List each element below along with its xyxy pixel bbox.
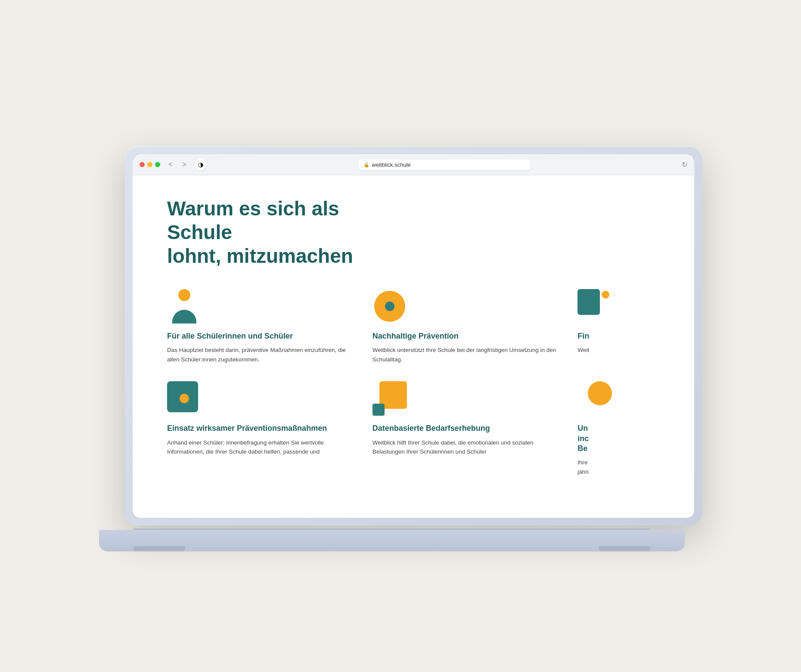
laptop-screen-body: < > ◑ 🔒 weitblick.schule ↻ (125, 146, 702, 526)
nav-buttons: < > (165, 159, 189, 170)
card-text-3: Weit (577, 345, 643, 355)
minimize-button[interactable] (147, 162, 152, 167)
card-title-3: Fin (577, 331, 643, 341)
page-title: Warum es sich als Schule lohnt, mitzumac… (167, 197, 382, 268)
address-bar-wrapper: 🔒 weitblick.schule (212, 159, 677, 170)
back-button[interactable]: < (165, 159, 176, 170)
page-content: Warum es sich als Schule lohnt, mitzumac… (133, 175, 694, 518)
card-title-1: Für alle Schülerinnen und Schüler (167, 331, 355, 341)
card-datenbasiert: Datenbasierte Bedarfserhebung Weitblick … (373, 381, 578, 476)
traffic-lights (140, 162, 160, 167)
browser-toolbar: < > ◑ 🔒 weitblick.schule ↻ (133, 154, 694, 175)
laptop-mockup: < > ◑ 🔒 weitblick.schule ↻ (99, 121, 702, 551)
browser-content: Warum es sich als Schule lohnt, mitzumac… (133, 175, 694, 518)
card-text-5: Weitblick hilft Ihrer Schule dabei, die … (373, 438, 561, 457)
theme-toggle-icon[interactable]: ◑ (195, 159, 207, 171)
browser-window: < > ◑ 🔒 weitblick.schule ↻ (133, 154, 694, 518)
card-partial-bottom: UnincBe Ihrejähri (577, 381, 660, 476)
card-title-2: Nachhaltige Prävention (373, 331, 561, 341)
card-text-1: Das Hauptziel besteht darin, präventive … (167, 345, 355, 364)
card-title-5: Datenbasierte Bedarfserhebung (373, 423, 561, 433)
card-text-2: Weitblick unterstützt Ihre Schule bei de… (373, 345, 561, 364)
forward-button[interactable]: > (179, 159, 189, 170)
card-schulerinnen: Für alle Schülerinnen und Schüler Das Ha… (167, 289, 373, 364)
card-text-6: Ihrejähri (577, 458, 643, 476)
laptop-foot-left (134, 546, 185, 551)
card-title-6: UnincBe (577, 423, 643, 454)
square-dot-icon (167, 381, 202, 416)
card-partial-top: Fin Weit (577, 289, 660, 364)
person-icon (167, 289, 202, 324)
laptop-foot-right (599, 546, 650, 551)
lock-icon: 🔒 (363, 162, 369, 168)
refresh-button[interactable]: ↻ (682, 161, 687, 169)
partial-icon-top (577, 289, 612, 324)
card-einsatz: Einsatz wirksamer Präventionsmaßnahmen A… (167, 381, 373, 476)
cards-grid: Für alle Schülerinnen und Schüler Das Ha… (167, 289, 660, 477)
maximize-button[interactable] (155, 162, 160, 167)
target-icon (373, 289, 407, 324)
url-text: weitblick.schule (372, 162, 411, 168)
square-accent-icon (373, 381, 407, 416)
close-button[interactable] (140, 162, 145, 167)
card-pravention: Nachhaltige Prävention Weitblick unterst… (373, 289, 578, 364)
card-title-4: Einsatz wirksamer Präventionsmaßnahmen (167, 423, 355, 433)
card-text-4: Anhand einer Schüler: innenbefragung erh… (167, 438, 355, 457)
screen-bezel: < > ◑ 🔒 weitblick.schule ↻ (133, 154, 694, 518)
laptop-base (99, 530, 685, 551)
partial-icon-bottom (577, 381, 612, 416)
address-bar[interactable]: 🔒 weitblick.schule (358, 159, 531, 170)
